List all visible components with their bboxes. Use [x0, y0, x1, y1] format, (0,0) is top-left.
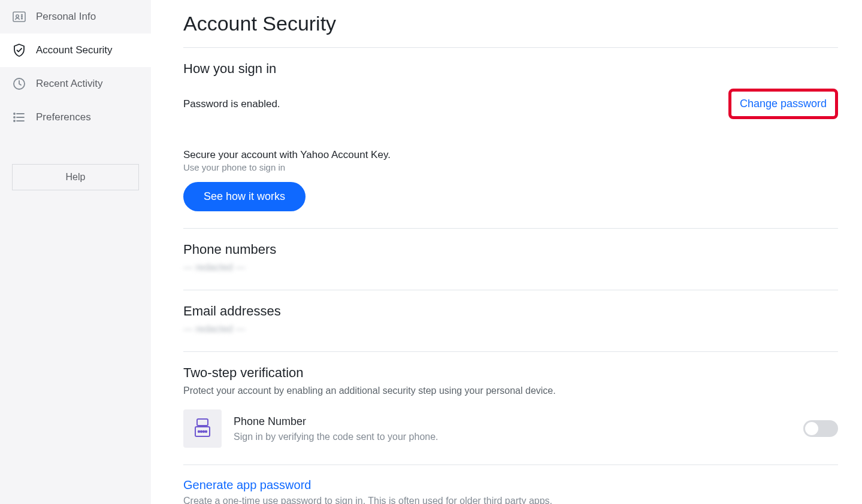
list-icon — [12, 110, 26, 125]
twostep-method-desc: Sign in by verifying the code sent to yo… — [234, 432, 791, 442]
account-key-title: Secure your account with Yahoo Account K… — [183, 149, 838, 161]
sidebar-item-account-security[interactable]: Account Security — [0, 34, 151, 67]
clock-icon — [12, 77, 26, 91]
twostep-sub: Protect your account by enabling an addi… — [183, 385, 838, 396]
email-heading: Email addresses — [183, 303, 838, 319]
section-email-addresses[interactable]: Email addresses — redacted — — [183, 290, 838, 351]
sidebar-item-preferences[interactable]: Preferences — [0, 101, 151, 134]
svg-point-10 — [14, 120, 15, 122]
svg-point-3 — [22, 16, 23, 17]
sidebar: Personal Info Account Security Recent Ac… — [0, 0, 151, 504]
person-card-icon — [12, 10, 26, 24]
svg-point-1 — [16, 15, 19, 17]
section-two-step: Two-step verification Protect your accou… — [183, 351, 838, 464]
svg-point-16 — [203, 431, 204, 432]
sidebar-item-personal-info[interactable]: Personal Info — [0, 0, 151, 34]
see-how-it-works-button[interactable]: See how it works — [183, 182, 306, 211]
twostep-toggle[interactable] — [803, 420, 838, 437]
signin-heading: How you sign in — [183, 61, 838, 77]
svg-point-14 — [198, 431, 199, 432]
change-password-link[interactable]: Change password — [740, 98, 827, 110]
signin-status: Password is enabled. — [183, 98, 280, 110]
generate-app-password-link[interactable]: Generate app password — [183, 478, 838, 492]
phone-heading: Phone numbers — [183, 242, 838, 257]
svg-point-15 — [201, 431, 202, 432]
sidebar-item-label: Recent Activity — [36, 78, 103, 90]
email-value: — redacted — — [183, 324, 838, 335]
svg-point-2 — [22, 14, 23, 16]
toggle-knob — [805, 422, 818, 435]
account-key-sub: Use your phone to sign in — [183, 162, 838, 172]
section-app-password: Generate app password Create a one-time … — [183, 464, 838, 504]
sidebar-item-label: Account Security — [36, 44, 113, 56]
svg-point-4 — [22, 18, 23, 19]
sidebar-item-label: Personal Info — [36, 11, 96, 23]
phone-value: — redacted — — [183, 262, 838, 273]
svg-rect-0 — [13, 12, 25, 22]
phone-verify-icon — [183, 409, 222, 448]
svg-point-6 — [14, 113, 15, 114]
sidebar-item-label: Preferences — [36, 111, 91, 123]
help-button[interactable]: Help — [12, 164, 139, 190]
section-phone-numbers[interactable]: Phone numbers — redacted — — [183, 228, 838, 290]
main-content: Account Security How you sign in Passwor… — [151, 0, 862, 504]
twostep-heading: Two-step verification — [183, 365, 838, 381]
change-password-highlight: Change password — [728, 89, 838, 119]
shield-icon — [12, 43, 26, 57]
sidebar-item-recent-activity[interactable]: Recent Activity — [0, 67, 151, 101]
svg-point-8 — [14, 117, 15, 118]
generate-app-password-desc: Create a one-time use password to sign i… — [183, 496, 838, 504]
page-title: Account Security — [183, 12, 838, 35]
twostep-method-label: Phone Number — [234, 415, 791, 428]
svg-rect-12 — [197, 419, 208, 426]
section-signin: How you sign in Password is enabled. Cha… — [183, 47, 838, 228]
svg-point-17 — [205, 431, 207, 432]
